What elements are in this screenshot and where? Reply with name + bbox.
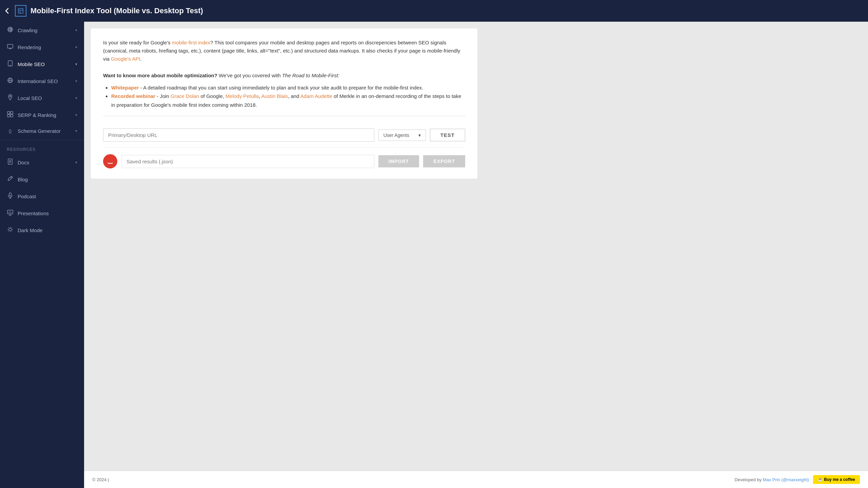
test-button[interactable]: TEST: [430, 129, 465, 141]
page-title: Mobile-First Index Tool (Mobile vs. Desk…: [31, 6, 203, 15]
footer: © 2024 | Developed by Max Prin (@maxxeig…: [84, 471, 868, 488]
podcast-icon: [7, 192, 14, 200]
developed-by-text: Developed by Max Prin (@maxxeight): [734, 477, 809, 482]
recorded-webinar-link[interactable]: Recorded webinar: [111, 93, 155, 99]
international-seo-label: International SEO: [18, 78, 58, 84]
bullet-whitepaper: Whitepaper - A detailed roadmap that you…: [111, 83, 465, 92]
sidebar-item-docs[interactable]: Docs ▾: [0, 154, 84, 171]
serp-ranking-label: SERP & Ranking: [18, 112, 56, 118]
user-agents-label: User Agents: [383, 133, 409, 138]
dark-mode-label: Dark Mode: [18, 227, 42, 233]
local-seo-chevron: ▾: [75, 96, 77, 100]
local-seo-icon: [7, 94, 14, 102]
bullet-list: Whitepaper - A detailed roadmap that you…: [111, 83, 465, 109]
schema-generator-icon: {}: [7, 128, 14, 134]
adam-audette-link[interactable]: Adam Audette: [300, 93, 332, 99]
svg-rect-14: [7, 44, 13, 48]
blog-icon: [7, 176, 14, 183]
sidebar-item-local-seo[interactable]: Local SEO ▾: [0, 89, 84, 106]
sidebar-item-rendering[interactable]: Rendering ▾: [0, 39, 84, 56]
tool-icon: [15, 5, 26, 17]
svg-line-46: [8, 228, 9, 228]
google-api-link[interactable]: Google's API: [111, 56, 140, 62]
presentations-icon: [7, 209, 14, 217]
main-content: Is your site ready for Google's mobile-f…: [84, 22, 868, 471]
serp-ranking-chevron: ▾: [75, 113, 77, 117]
sidebar-divider: [0, 140, 84, 140]
whitepaper-link[interactable]: Whitepaper: [111, 85, 139, 90]
crawling-label: Crawling: [18, 27, 37, 33]
buy-coffee-button[interactable]: ☕ Buy me a coffee: [813, 475, 860, 484]
podcast-label: Podcast: [18, 194, 36, 199]
sidebar-item-serp-ranking[interactable]: SERP & Ranking ▾: [0, 106, 84, 123]
sidebar-item-crawling[interactable]: Crawling ▾: [0, 22, 84, 39]
import-export-row: IMPORT EXPORT: [103, 147, 465, 168]
svg-point-41: [9, 228, 12, 231]
dark-mode-icon: [7, 226, 14, 234]
rendering-icon: [7, 43, 14, 51]
developer-link[interactable]: Max Prin (@maxxeight): [763, 477, 809, 482]
serp-ranking-icon: [7, 111, 14, 119]
svg-line-47: [12, 231, 12, 231]
optimization-intro: Want to know more about mobile optimizat…: [103, 71, 465, 80]
svg-rect-24: [11, 111, 13, 114]
svg-point-22: [9, 96, 11, 97]
import-button[interactable]: IMPORT: [378, 155, 419, 167]
sidebar-item-schema-generator[interactable]: {} Schema Generator ▾: [0, 123, 84, 139]
sidebar: Crawling ▾ Rendering ▾: [0, 22, 84, 488]
sidebar-item-dark-mode[interactable]: Dark Mode: [0, 222, 84, 239]
top-bar: ✦ MERKLE Mobile-First Index Tool (Mobile…: [0, 0, 868, 22]
main-layout: Crawling ▾ Rendering ▾: [0, 22, 868, 488]
svg-rect-32: [9, 193, 11, 196]
description-paragraph: Is your site ready for Google's mobile-f…: [103, 39, 465, 63]
json-file-input[interactable]: [121, 155, 374, 168]
svg-rect-25: [7, 115, 10, 117]
local-seo-label: Local SEO: [18, 95, 42, 101]
sidebar-item-mobile-seo[interactable]: Mobile SEO ▾: [0, 56, 84, 73]
melody-petulla-link[interactable]: Melody Petulla: [225, 93, 259, 99]
mobile-seo-label: Mobile SEO: [18, 61, 45, 67]
section-divider: [103, 116, 465, 116]
international-seo-chevron: ▾: [75, 79, 77, 83]
schema-generator-chevron: ▾: [75, 129, 77, 133]
user-agents-chevron-icon: ▾: [418, 133, 421, 138]
rendering-label: Rendering: [18, 44, 41, 50]
docs-chevron: ▾: [75, 160, 77, 165]
bullet-webinar: Recorded webinar - Join Grace Dolan of G…: [111, 92, 465, 109]
sidebar-item-podcast[interactable]: Podcast: [0, 188, 84, 205]
content-area: Is your site ready for Google's mobile-f…: [84, 22, 868, 488]
sidebar-item-presentations[interactable]: Presentations: [0, 205, 84, 222]
page-title-bar: Mobile-First Index Tool (Mobile vs. Desk…: [0, 0, 868, 22]
grace-dolan-link[interactable]: Grace Dolan: [171, 93, 199, 99]
crawling-chevron: ▾: [75, 28, 77, 33]
blog-label: Blog: [18, 177, 28, 182]
crawling-icon: [7, 26, 14, 34]
rendering-chevron: ▾: [75, 45, 77, 49]
sidebar-item-blog[interactable]: Blog: [0, 171, 84, 188]
resources-label: Resources: [0, 142, 84, 154]
presentations-label: Presentations: [18, 210, 49, 216]
upload-icon: [103, 154, 117, 168]
svg-line-31: [11, 177, 12, 178]
mobile-seo-icon: [7, 60, 14, 68]
url-input[interactable]: [103, 128, 374, 142]
docs-icon: [7, 159, 14, 166]
url-input-row: User Agents ▾ TEST: [103, 123, 465, 147]
back-button[interactable]: [3, 7, 11, 15]
schema-generator-label: Schema Generator: [18, 128, 61, 134]
optimization-section: Want to know more about mobile optimizat…: [103, 71, 465, 109]
docs-label: Docs: [18, 160, 29, 165]
mobile-first-index-link[interactable]: mobile-first index: [172, 40, 210, 45]
sidebar-item-international-seo[interactable]: International SEO ▾: [0, 73, 84, 89]
austin-blais-link[interactable]: Austin Blais: [261, 93, 288, 99]
svg-rect-26: [11, 115, 13, 117]
svg-rect-23: [7, 111, 10, 114]
svg-line-48: [12, 228, 12, 228]
content-card: Is your site ready for Google's mobile-f…: [91, 28, 477, 179]
international-seo-icon: [7, 77, 14, 85]
user-agents-dropdown[interactable]: User Agents ▾: [378, 129, 426, 141]
export-button[interactable]: EXPORT: [423, 155, 465, 167]
copyright-text: © 2024 |: [92, 477, 109, 482]
book-title: The Road to Mobile-First:: [282, 73, 339, 78]
mobile-seo-chevron: ▾: [75, 62, 77, 66]
